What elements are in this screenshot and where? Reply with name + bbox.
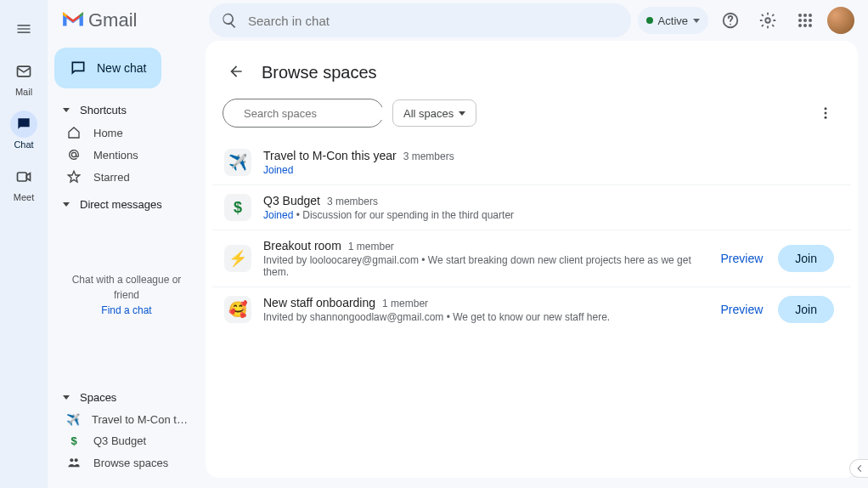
svg-point-8	[798, 19, 802, 22]
rail-item-chat[interactable]: Chat	[0, 104, 48, 156]
shortcut-mentions[interactable]: Mentions	[54, 144, 199, 166]
hamburger-icon	[15, 20, 32, 37]
mail-icon	[15, 63, 32, 80]
rail-item-meet[interactable]: Meet	[0, 156, 48, 209]
help-button[interactable]	[715, 5, 746, 36]
rail-item-mail[interactable]: Mail	[0, 51, 48, 104]
svg-point-19	[825, 116, 827, 119]
space-members: 3 members	[403, 150, 454, 162]
space-row[interactable]: 🥰New staff onboarding1 memberInvited by …	[212, 287, 851, 332]
gmail-logo[interactable]: Gmail	[58, 9, 202, 31]
new-chat-label: New chat	[97, 61, 146, 75]
main-panel: Browse spaces All spaces ✈️Travel to M-C…	[206, 41, 858, 478]
spaces-filter[interactable]: All spaces	[392, 99, 476, 127]
rail-label: Mail	[15, 87, 32, 97]
space-item-browse[interactable]: Browse spaces	[54, 451, 199, 474]
main-header: Browse spaces	[212, 54, 851, 98]
svg-point-10	[809, 19, 812, 22]
space-info: Breakout room1 memberInvited by loolooca…	[263, 239, 701, 278]
status-label: Active	[658, 14, 688, 27]
status-dot-icon	[646, 17, 653, 24]
svg-point-3	[730, 24, 731, 26]
preview-button[interactable]: Preview	[713, 298, 772, 321]
search-input[interactable]	[248, 14, 619, 28]
join-button[interactable]: Join	[778, 296, 834, 323]
chevron-down-icon	[63, 108, 70, 112]
svg-point-9	[803, 19, 807, 22]
plane-icon: ✈️	[66, 413, 80, 426]
header-right: Active	[638, 5, 854, 36]
preview-button[interactable]: Preview	[713, 247, 772, 270]
search-icon	[221, 12, 238, 29]
search-bar[interactable]	[209, 3, 631, 37]
shortcut-label: Home	[93, 127, 123, 139]
space-name: New staff onboarding	[263, 296, 375, 309]
svg-point-7	[809, 14, 812, 17]
section-label: Spaces	[80, 391, 116, 404]
space-subtitle: Joined	[263, 164, 839, 176]
home-icon	[67, 126, 81, 139]
gmail-m-icon	[61, 11, 85, 30]
svg-point-5	[798, 14, 802, 17]
svg-point-16	[75, 458, 78, 462]
svg-point-12	[803, 24, 807, 27]
star-icon	[67, 170, 81, 184]
svg-point-11	[798, 24, 802, 27]
space-row[interactable]: $Q3 Budget3 membersJoined • Discussion f…	[212, 184, 851, 230]
shortcut-label: Mentions	[93, 149, 138, 162]
section-direct-messages[interactable]: Direct messages	[54, 193, 199, 216]
app-header: Gmail Active	[48, 0, 868, 41]
filter-label: All spaces	[403, 107, 454, 120]
search-spaces-field[interactable]	[223, 99, 384, 128]
status-chip[interactable]: Active	[638, 7, 708, 34]
svg-point-14	[71, 152, 76, 156]
back-button[interactable]	[223, 58, 250, 88]
side-panel-toggle[interactable]	[849, 459, 868, 478]
shortcut-starred[interactable]: Starred	[54, 166, 199, 188]
space-item-budget[interactable]: $ Q3 Budget	[54, 430, 199, 451]
chat-icon	[15, 116, 32, 133]
space-subtitle: Invited by shannongoodlaw@gmail.com • We…	[263, 311, 701, 323]
space-members: 1 member	[382, 298, 428, 309]
section-spaces[interactable]: Spaces	[54, 386, 199, 409]
gear-icon	[758, 11, 777, 30]
settings-button[interactable]	[752, 5, 783, 36]
find-chat-link[interactable]: Find a chat	[101, 304, 151, 316]
shortcut-home[interactable]: Home	[54, 122, 199, 144]
rail-label: Meet	[14, 192, 34, 202]
space-info: Travel to M-Con this year3 membersJoined	[263, 149, 839, 176]
space-info: Q3 Budget3 membersJoined • Discussion fo…	[263, 194, 839, 221]
left-rail: Mail Chat Meet	[0, 0, 48, 488]
page-title: Browse spaces	[262, 63, 377, 82]
section-shortcuts[interactable]: Shortcuts	[54, 99, 199, 122]
apps-grid-icon	[798, 13, 813, 28]
svg-point-6	[803, 14, 807, 17]
space-label: Q3 Budget	[93, 434, 146, 447]
space-name: Breakout room	[263, 239, 341, 253]
svg-point-17	[825, 107, 827, 110]
dm-empty-hint: Chat with a colleague or friend Find a c…	[54, 264, 199, 326]
space-subtitle: Joined • Discussion for our spending in …	[263, 209, 839, 221]
arrow-left-icon	[228, 63, 245, 80]
svg-point-13	[809, 24, 812, 27]
svg-rect-1	[18, 173, 27, 181]
svg-point-15	[70, 458, 73, 462]
rail-label: Chat	[14, 139, 33, 150]
join-button[interactable]: Join	[778, 245, 834, 272]
space-item-travel[interactable]: ✈️ Travel to M-Con this y...	[54, 409, 199, 430]
chevron-down-icon	[63, 395, 70, 400]
space-name: Travel to M-Con this year	[263, 149, 397, 162]
new-chat-button[interactable]: New chat	[54, 48, 161, 88]
space-row[interactable]: ⚡Breakout room1 memberInvited by loolooc…	[212, 230, 851, 287]
search-spaces-input[interactable]	[244, 107, 386, 120]
apps-button[interactable]	[790, 5, 820, 36]
space-members: 3 members	[327, 196, 378, 207]
more-options-button[interactable]	[810, 98, 841, 128]
chevron-left-icon	[854, 463, 865, 474]
account-avatar[interactable]	[827, 7, 854, 34]
space-row[interactable]: ✈️Travel to M-Con this year3 membersJoin…	[212, 140, 851, 184]
space-list: ✈️Travel to M-Con this year3 membersJoin…	[212, 140, 851, 332]
space-name: Q3 Budget	[263, 194, 320, 207]
main-menu-button[interactable]	[7, 12, 41, 46]
help-icon	[721, 11, 740, 30]
